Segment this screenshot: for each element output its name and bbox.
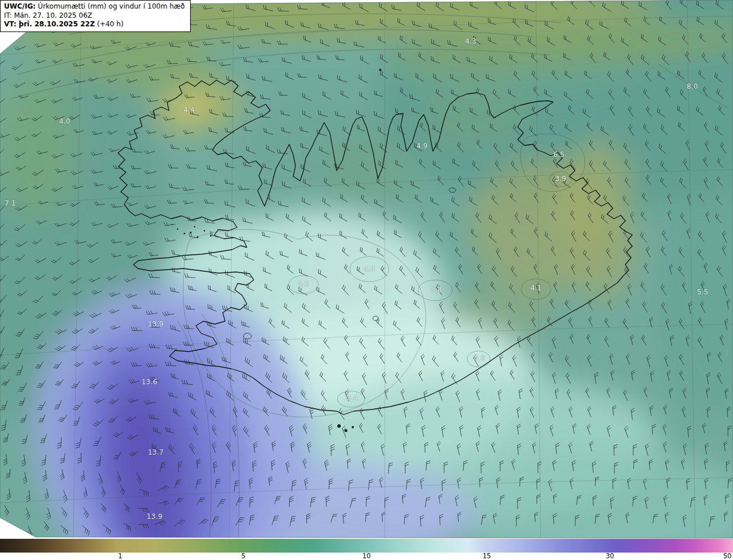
colorbar-tick-label: 50 <box>723 552 732 560</box>
colorbar-tick-label: 15 <box>483 552 491 560</box>
colorbar-tick-label: 10 <box>362 552 371 560</box>
valid-time: VT: þri. 28.10.2025 22Z <box>4 20 95 28</box>
colorbar: 1510153050 <box>0 539 733 560</box>
forecast-info-box: UWC/IG: Úrkomumætti (mm) og vindur í 100… <box>0 0 191 32</box>
colorbar-gradient <box>0 539 733 553</box>
init-time-line: IT: Mán. 27. 10. 2025 06Z <box>4 11 185 21</box>
map-title: Úrkomumætti (mm) og vindur í 100m hæð <box>36 2 184 10</box>
valid-time-line: VT: þri. 28.10.2025 22Z (+40 h) <box>4 20 185 29</box>
colorbar-tick-label: 1 <box>118 552 122 560</box>
colorbar-tick-label: 5 <box>241 552 245 560</box>
weather-map-viewport: 4.34.04.48.04.96.53.97.14.45.53.84.15.51… <box>0 0 733 560</box>
precipitation-wind-map <box>0 0 733 539</box>
model-id: UWC/IG: <box>4 2 36 10</box>
lead-time: (+40 h) <box>95 20 124 28</box>
info-title-line: UWC/IG: Úrkomumætti (mm) og vindur í 100… <box>4 2 185 11</box>
colorbar-tick-label: 30 <box>606 552 614 560</box>
